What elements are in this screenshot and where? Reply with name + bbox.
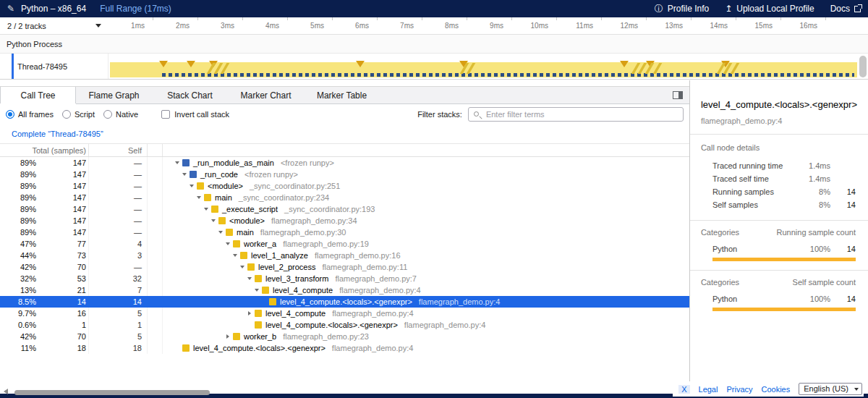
sidebar-toggle-button[interactable]	[666, 87, 689, 103]
call-tree-row[interactable]: 42%70—level_2_processflamegraph_demo.py:…	[0, 261, 689, 273]
call-tree-row[interactable]: 32%5332level_3_transformflamegraph_demo.…	[0, 273, 689, 284]
triangle-down-icon	[190, 185, 194, 187]
call-tree-row[interactable]: 89%147—main_sync_coordinator.py:234	[0, 192, 689, 203]
selected-node-name: level_4_compute.<locals>.<genexpr>	[690, 99, 868, 110]
footer-link-legal[interactable]: Legal	[699, 385, 718, 394]
checkbox-icon[interactable]	[161, 110, 170, 119]
horizontal-scrollbar-thumb[interactable]	[14, 390, 210, 395]
total-cell: 89%147	[0, 180, 89, 192]
call-tree-row[interactable]: 8.5%1414level_4_compute.<locals>.<genexp…	[0, 296, 689, 308]
breadcrumb-complete-thread[interactable]: Complete “Thread-78495”	[12, 130, 103, 138]
docs-link[interactable]: Docs	[830, 4, 861, 14]
process-label: Python Process	[7, 40, 62, 48]
tab-marker-chart[interactable]: Marker Chart	[228, 87, 304, 103]
expander-open[interactable]	[174, 161, 181, 164]
footer-link-cookies[interactable]: Cookies	[762, 385, 791, 394]
expander-open[interactable]	[231, 254, 239, 257]
call-tree-row[interactable]: 9.7%165level_4_computeflamegraph_demo.py…	[0, 308, 689, 319]
expander-open[interactable]	[181, 173, 188, 176]
function-name: level_2_process	[258, 263, 316, 271]
spacer-cell	[148, 308, 163, 319]
category-percent: 100%	[794, 295, 830, 303]
spacer-cell	[148, 284, 163, 296]
firefox-profiler-app: ✎ Python – x86_64 Full Range (17ms) ⓘ Pr…	[0, 0, 868, 80]
function-name: _run_module_as_main	[193, 158, 274, 167]
activity-graph[interactable]	[110, 62, 857, 77]
footer-close-link[interactable]: X	[678, 385, 689, 394]
process-track-header[interactable]: Python Process	[0, 35, 868, 54]
call-tree-panel: Call TreeFlame GraphStack ChartMarker Ch…	[0, 80, 690, 389]
tracks-summary: 2 / 2 tracks	[7, 22, 46, 30]
expander-open[interactable]	[210, 219, 217, 222]
total-samples: 70	[36, 332, 86, 341]
profile-name[interactable]: Python – x86_64	[21, 4, 86, 14]
call-tree-row[interactable]: 42%705worker_bflamegraph_demo.py:23	[0, 331, 689, 342]
filter-input[interactable]	[468, 107, 684, 122]
call-tree-row[interactable]: 47%774worker_aflamegraph_demo.py:19	[0, 238, 689, 250]
upload-profile-button[interactable]: ↥ Upload Local Profile	[725, 4, 814, 14]
tracks-dropdown[interactable]: 2 / 2 tracks	[0, 17, 109, 34]
track-marker-icon[interactable]	[356, 61, 365, 67]
frame-cell: level_2_processflamegraph_demo.py:11	[163, 261, 689, 273]
call-tree-row[interactable]: 89%147—<module>flamegraph_demo.py:34	[0, 215, 689, 226]
spacer-cell	[148, 238, 163, 250]
edit-profile-name-icon[interactable]: ✎	[7, 4, 14, 14]
function-name: level_4_compute	[265, 309, 326, 318]
call-tree-row[interactable]: 0.6%11level_4_compute.<locals>.<genexpr>…	[0, 319, 689, 331]
panel-tabs: Call TreeFlame GraphStack ChartMarker Ch…	[0, 87, 380, 103]
tab-marker-table[interactable]: Marker Table	[304, 87, 380, 103]
tab-flame-graph[interactable]: Flame Graph	[76, 87, 152, 103]
radio-native[interactable]: Native	[103, 110, 138, 119]
call-tree-row[interactable]: 89%147—<module>_sync_coordinator.py:251	[0, 180, 689, 192]
total-cell: 89%147	[0, 203, 89, 215]
filter-input-wrapper	[468, 107, 684, 122]
total-cell: 44%73	[0, 250, 89, 261]
expander-open[interactable]	[224, 242, 231, 245]
call-tree-row[interactable]: 13%217level_4_computeflamegraph_demo.py:…	[0, 284, 689, 296]
header-right: ⓘ Profile Info ↥ Upload Local Profile Do…	[655, 3, 861, 15]
tab-call-tree[interactable]: Call Tree	[0, 87, 76, 103]
expander-open[interactable]	[217, 231, 224, 234]
expander-open[interactable]	[253, 289, 260, 292]
radio-script[interactable]: Script	[62, 110, 95, 119]
tab-stack-chart[interactable]: Stack Chart	[152, 87, 228, 103]
expander-open[interactable]	[246, 277, 253, 280]
track-marker-icon[interactable]	[159, 61, 168, 67]
language-select[interactable]: English (US)	[799, 383, 862, 395]
thread-activity-track[interactable]	[109, 54, 857, 79]
spacer-cell	[148, 226, 163, 238]
divider	[690, 270, 868, 271]
categories-title: Categories	[701, 278, 739, 287]
spacer-cell	[148, 192, 163, 203]
radio-label: Native	[116, 110, 138, 119]
profile-info-button[interactable]: ⓘ Profile Info	[655, 3, 709, 15]
tracks-scrollbar[interactable]	[859, 56, 867, 77]
scroll-left-arrow[interactable]	[4, 389, 8, 394]
frame-cell: level_4_computeflamegraph_demo.py:4	[163, 284, 689, 296]
expander-open[interactable]	[195, 196, 203, 199]
track-marker-icon[interactable]	[620, 61, 629, 67]
expander-open[interactable]	[239, 266, 246, 268]
expander-closed[interactable]	[246, 311, 253, 316]
call-tree-row[interactable]: 11%1818level_4_compute.<locals>.<genexpr…	[0, 342, 689, 354]
source-location: flamegraph_demo.py:4	[332, 344, 414, 352]
total-percent: 44%	[0, 251, 36, 260]
footer-link-privacy[interactable]: Privacy	[726, 385, 752, 394]
call-tree-row[interactable]: 89%147—_run_code<frozen runpy>	[0, 169, 689, 180]
thread-track-label[interactable]: Thread-78495	[0, 54, 109, 79]
track-marker-icon[interactable]	[187, 61, 195, 67]
ruler-tick: 6ms	[333, 17, 378, 34]
expander-closed[interactable]	[224, 334, 231, 339]
radio-all-frames[interactable]: All frames	[6, 110, 54, 119]
expander-open[interactable]	[203, 208, 210, 211]
total-samples: 70	[36, 263, 86, 271]
self-cell: —	[89, 215, 148, 226]
expander-open[interactable]	[188, 185, 195, 187]
full-range-link[interactable]: Full Range (17ms)	[100, 4, 171, 14]
call-tree-row[interactable]: 89%147—_run_module_as_main<frozen runpy>	[0, 157, 689, 169]
invert-call-stack-toggle[interactable]: Invert call stack	[161, 110, 229, 119]
call-tree-row[interactable]: 44%733level_1_analyzeflamegraph_demo.py:…	[0, 250, 689, 261]
call-tree-row[interactable]: 89%147—_execute_script_sync_coordinator.…	[0, 203, 689, 215]
call-tree-row[interactable]: 89%147—mainflamegraph_demo.py:30	[0, 226, 689, 238]
source-location: flamegraph_demo.py:19	[283, 240, 369, 248]
